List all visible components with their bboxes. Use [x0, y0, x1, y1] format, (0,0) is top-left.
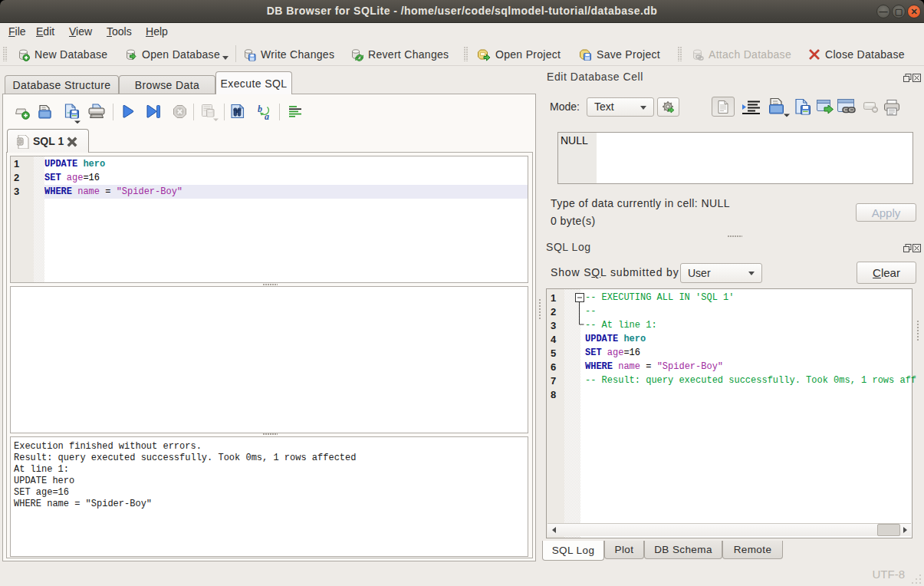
svg-text:b: b — [258, 104, 262, 114]
